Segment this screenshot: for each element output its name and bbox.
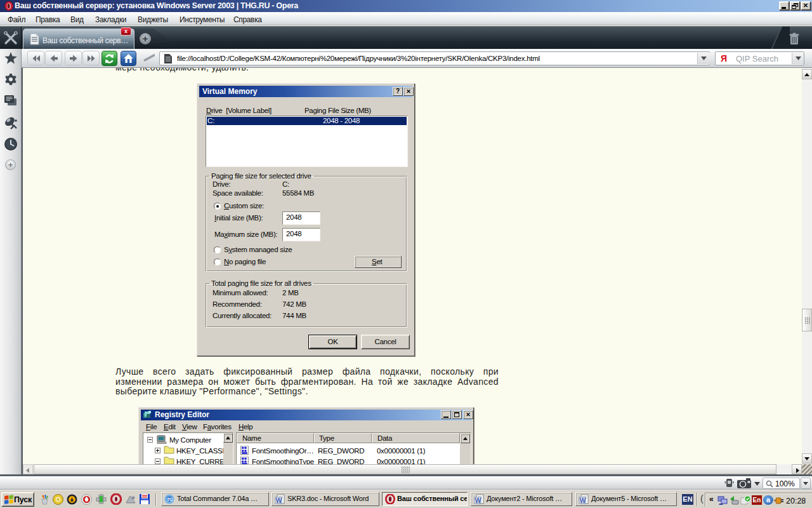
svg-text:W: W bbox=[475, 497, 481, 504]
svg-text:W: W bbox=[276, 497, 282, 504]
svg-text:TC: TC bbox=[167, 497, 173, 502]
svg-text:W: W bbox=[580, 497, 586, 504]
